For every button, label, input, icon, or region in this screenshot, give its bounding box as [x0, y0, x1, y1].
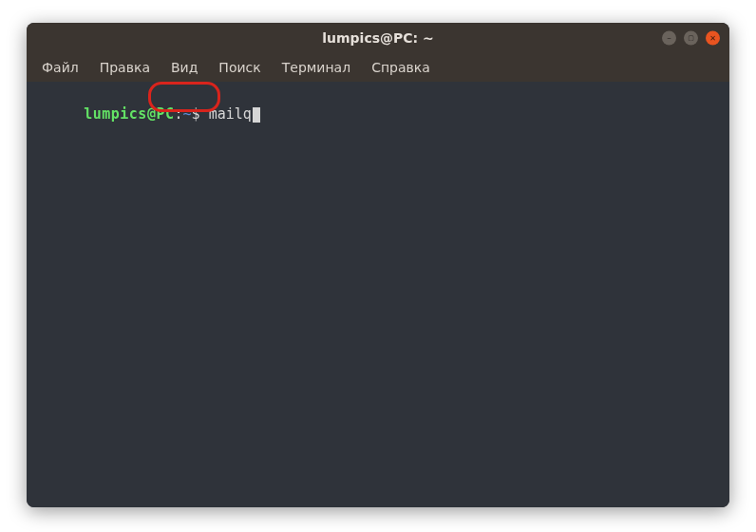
terminal-viewport[interactable]: lumpics@PC:~$ mailq — [27, 82, 729, 507]
window-titlebar: lumpics@PC: ~ — [27, 23, 729, 53]
menu-terminal[interactable]: Терминал — [273, 56, 360, 79]
minimize-button[interactable] — [662, 31, 676, 46]
command-text: mailq — [209, 105, 252, 123]
menu-file[interactable]: Файл — [32, 56, 88, 79]
menu-view[interactable]: Вид — [161, 56, 207, 79]
window-title: lumpics@PC: ~ — [322, 30, 434, 46]
prompt-symbol: $ — [192, 105, 209, 123]
menu-help[interactable]: Справка — [362, 56, 440, 79]
close-button[interactable] — [706, 31, 720, 46]
menu-search[interactable]: Поиск — [209, 56, 270, 79]
prompt-colon: : — [175, 105, 183, 123]
menu-bar: Файл Правка Вид Поиск Терминал Справка — [27, 53, 729, 82]
prompt-path: ~ — [183, 105, 192, 123]
prompt-line: lumpics@PC:~$ mailq — [32, 86, 724, 142]
menu-edit[interactable]: Правка — [90, 56, 160, 79]
window-controls — [662, 31, 720, 46]
prompt-user-host: lumpics@PC — [84, 105, 174, 123]
cursor — [253, 107, 260, 123]
maximize-button[interactable] — [684, 31, 698, 46]
terminal-window: lumpics@PC: ~ Файл Правка Вид Поиск Терм… — [27, 23, 729, 507]
